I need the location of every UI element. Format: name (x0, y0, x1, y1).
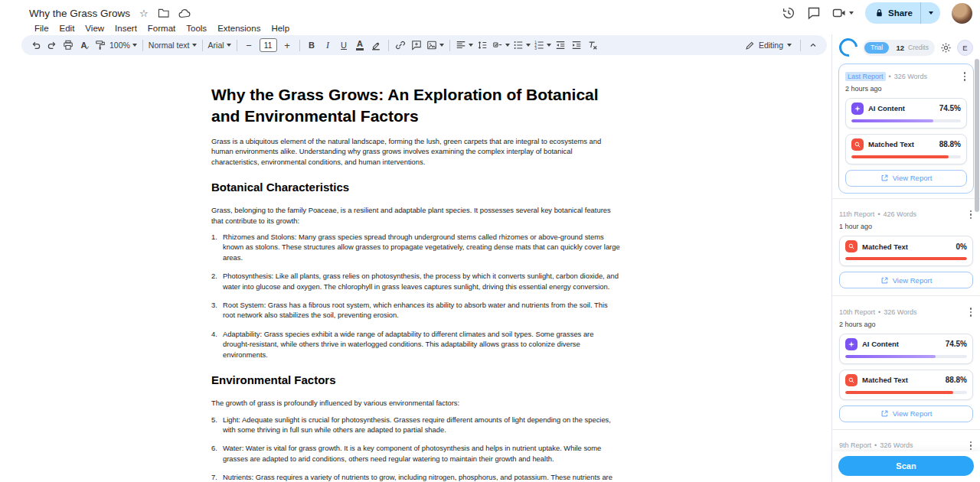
report-menu-icon[interactable] (969, 209, 974, 221)
menu-insert[interactable]: Insert (109, 23, 142, 34)
docs-toolbar: A✓ 100% Normal text Arial − 11 + B I U A (21, 35, 827, 55)
open-report-icon (880, 276, 889, 285)
list-item: 4.Adaptability: Grass species exhibit a … (211, 329, 620, 360)
document-title[interactable]: Why the Grass Grows (29, 8, 130, 19)
document-page[interactable]: Why the Grass Grows: An Exploration of B… (211, 55, 620, 482)
metric-value: 88.8% (939, 140, 961, 148)
bullet-list-icon[interactable] (511, 37, 532, 53)
progress-bar (851, 155, 961, 158)
editing-mode-select[interactable]: Editing (740, 37, 796, 53)
align-icon[interactable] (454, 37, 475, 53)
paragraph-style-select[interactable]: Normal text (147, 37, 198, 53)
add-comment-icon[interactable] (409, 37, 425, 53)
spellcheck-icon[interactable]: A✓ (76, 37, 92, 53)
ai-content-icon (851, 103, 864, 115)
view-report-button[interactable]: View Report (839, 272, 973, 288)
settings-gear-icon[interactable] (940, 42, 952, 54)
metric-value: 88.8% (946, 376, 967, 384)
report-card-last: Last Report • 326 Words 2 hours ago AI C… (838, 64, 974, 194)
doc-heading-1: Why the Grass Grows: An Exploration of B… (211, 84, 620, 126)
scan-button[interactable]: Scan (838, 456, 974, 476)
report-word-count: 326 Words (880, 441, 913, 449)
share-label: Share (888, 8, 913, 18)
document-canvas[interactable]: Why the Grass Grows: An Exploration of B… (0, 55, 831, 482)
view-report-button[interactable]: View Report (839, 405, 973, 422)
redo-icon[interactable] (44, 37, 60, 53)
font-family-select[interactable]: Arial (207, 37, 233, 53)
share-dropdown-button[interactable] (920, 2, 940, 24)
share-button[interactable]: Share (865, 2, 920, 24)
copyleaks-logo (835, 34, 861, 60)
sidebar-scrollbar[interactable] (975, 59, 979, 212)
report-timestamp: 2 hours ago (839, 321, 973, 328)
report-title: 10th Report (839, 308, 875, 316)
report-timestamp: 1 hour ago (839, 223, 973, 230)
user-avatar[interactable] (952, 3, 972, 24)
video-call-button[interactable] (832, 6, 854, 20)
text-color-icon[interactable]: A (352, 37, 368, 53)
increase-indent-icon[interactable] (569, 37, 585, 53)
progress-bar (845, 257, 967, 260)
report-card-9th: 9th Report • 326 Words 2 hours ago AI Co… (838, 435, 974, 452)
insert-link-icon[interactable] (393, 37, 409, 53)
insert-image-icon[interactable] (425, 37, 446, 53)
doc-paragraph: Grass, belonging to the family Poaceae, … (211, 205, 620, 226)
star-icon[interactable]: ☆ (139, 8, 149, 18)
view-report-button[interactable]: View Report (845, 170, 967, 187)
report-word-count: 326 Words (884, 308, 916, 316)
menu-edit[interactable]: Edit (54, 23, 80, 34)
metric-value: 0% (956, 243, 967, 251)
ai-content-icon (845, 338, 858, 350)
menu-format[interactable]: Format (142, 23, 181, 34)
doc-numbered-list: 5.Light: Adequate sunlight is crucial fo… (211, 415, 620, 482)
numbered-list-icon[interactable]: 123 (532, 37, 553, 53)
list-item: 3.Root System: Grass has a fibrous root … (211, 300, 620, 321)
report-timestamp: 2 hours ago (845, 85, 967, 93)
highlight-color-icon[interactable] (368, 37, 384, 53)
italic-icon[interactable]: I (320, 37, 336, 53)
progress-bar (845, 391, 967, 394)
divider (832, 429, 980, 430)
underline-icon[interactable]: U (336, 37, 352, 53)
version-history-icon[interactable] (782, 6, 795, 20)
checklist-icon[interactable] (491, 37, 511, 53)
report-title: 9th Report (839, 441, 871, 449)
report-menu-icon[interactable] (969, 440, 974, 452)
matched-text-metric: Matched Text 88.8% (845, 134, 967, 164)
move-folder-icon[interactable] (158, 8, 169, 18)
progress-bar (851, 119, 961, 122)
comments-icon[interactable] (807, 6, 821, 20)
cloud-status-icon[interactable] (178, 8, 191, 18)
metric-value: 74.5% (939, 104, 961, 112)
decrease-font-size-icon[interactable]: − (241, 37, 257, 53)
menu-help[interactable]: Help (266, 23, 295, 34)
clear-formatting-icon[interactable] (585, 37, 601, 53)
increase-font-size-icon[interactable]: + (279, 37, 296, 53)
menu-file[interactable]: File (29, 23, 54, 34)
list-item: 1.Rhizomes and Stolons: Many grass speci… (211, 232, 620, 262)
print-icon[interactable] (60, 37, 76, 53)
report-card-10th: 10th Report • 326 Words 2 hours ago AI C… (838, 301, 974, 425)
report-menu-icon[interactable] (969, 306, 974, 318)
video-call-dropdown-icon[interactable] (849, 11, 854, 15)
zoom-select[interactable]: 100% (108, 37, 139, 53)
menu-tools[interactable]: Tools (181, 23, 212, 34)
matched-text-icon (845, 374, 858, 386)
collapse-toolbar-icon[interactable] (805, 37, 821, 53)
account-avatar[interactable]: E (957, 40, 973, 56)
credits-value: 12 (896, 44, 904, 52)
menu-extensions[interactable]: Extensions (212, 23, 266, 34)
bold-icon[interactable]: B (304, 37, 320, 53)
line-spacing-icon[interactable] (475, 37, 491, 53)
report-menu-icon[interactable] (962, 70, 968, 83)
menu-view[interactable]: View (80, 23, 109, 34)
undo-icon[interactable] (28, 37, 44, 53)
font-size-input[interactable]: 11 (260, 38, 277, 52)
matched-text-icon (845, 240, 858, 252)
list-item: 6.Water: Water is vital for grass growth… (211, 443, 620, 464)
decrease-indent-icon[interactable] (553, 37, 569, 53)
metric-value: 74.5% (946, 340, 967, 348)
matched-text-metric: Matched Text 0% (839, 236, 973, 266)
paint-format-icon[interactable] (92, 37, 108, 53)
list-item: 7.Nutrients: Grass requires a variety of… (211, 472, 620, 482)
